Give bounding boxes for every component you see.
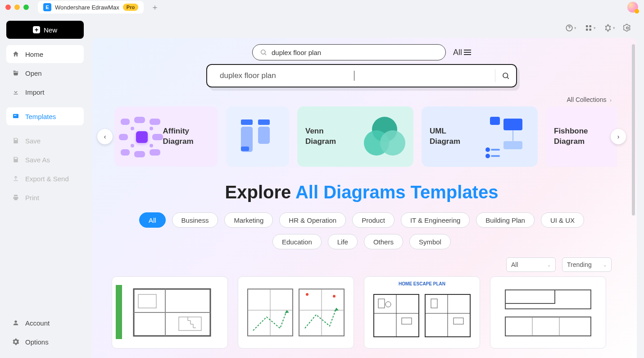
open-icon — [12, 69, 20, 77]
apps-menu[interactable]: ▾ — [585, 24, 596, 32]
template-card[interactable] — [112, 276, 228, 349]
collection-card-label: Fishbone Diagram — [554, 126, 617, 147]
svg-rect-20 — [138, 294, 156, 308]
sidebar-item-open[interactable]: Open — [6, 64, 84, 82]
search-filter-label: All — [453, 48, 462, 57]
collection-card-label: Venn Diagram — [305, 126, 353, 147]
filter-pill-hr-operation[interactable]: HR & Operation — [279, 212, 346, 228]
filter-pill-life[interactable]: Life — [328, 234, 358, 249]
filter-pill-business[interactable]: Business — [172, 212, 218, 228]
sidebar-item-label: Print — [25, 194, 39, 202]
text-cursor — [354, 71, 354, 81]
hero-search-value: duplex floor plan — [220, 71, 354, 80]
main-panel: ▾ ▾ ▾ — [90, 14, 644, 358]
svg-rect-15 — [241, 147, 249, 151]
sidebar-item-label: Import — [25, 88, 45, 96]
search-icon — [260, 49, 267, 56]
pro-badge: Pro — [123, 4, 138, 11]
collection-card-label: Affinity Diagram — [163, 126, 210, 147]
close-window-button[interactable] — [5, 5, 11, 10]
sidebar-item-options[interactable]: Options — [6, 333, 84, 351]
all-collections-link[interactable]: All Collections › — [567, 96, 612, 103]
content-card: All duplex floor plan — [92, 38, 637, 358]
account-icon — [12, 319, 20, 327]
avatar[interactable] — [627, 1, 639, 13]
svg-point-38 — [385, 302, 391, 307]
filter-pill-marketing[interactable]: Marketing — [224, 212, 273, 228]
collection-card-venn[interactable]: Venn Diagram — [297, 106, 413, 167]
settings-button[interactable] — [623, 24, 631, 32]
search-icon — [502, 72, 510, 80]
svg-rect-43 — [505, 290, 555, 303]
template-card[interactable]: HOME ESCAPE PLAN — [364, 276, 480, 349]
template-card[interactable] — [238, 276, 354, 349]
sort-row: All⌄ Trending⌄ — [92, 249, 631, 276]
maximize-window-button[interactable] — [23, 5, 29, 10]
top-toolbar: ▾ ▾ ▾ — [91, 18, 637, 38]
print-icon — [12, 193, 20, 202]
svg-point-8 — [626, 27, 629, 29]
filter-select[interactable]: All⌄ — [506, 257, 556, 272]
svg-rect-1 — [14, 115, 16, 115]
collection-card-affinity[interactable]: Affinity Diagram — [114, 106, 218, 167]
template-thumbnail-label: HOME ESCAPE PLAN — [364, 281, 480, 286]
app-logo-icon: E — [43, 3, 51, 11]
template-search-input[interactable] — [272, 49, 438, 56]
svg-marker-27 — [285, 310, 289, 313]
template-card[interactable] — [490, 276, 606, 349]
sidebar-item-label: Account — [25, 319, 50, 327]
venn-art-icon — [359, 114, 405, 159]
filter-pill-all[interactable]: All — [139, 212, 166, 228]
filter-pill-education[interactable]: Education — [272, 234, 322, 249]
sidebar-item-templates[interactable]: Templates — [6, 107, 84, 125]
chevron-down-icon: ⌄ — [547, 262, 551, 267]
svg-point-29 — [306, 293, 308, 296]
menu-icon — [464, 50, 471, 55]
filter-pill-others[interactable]: Others — [364, 234, 403, 249]
filter-pill-symbol[interactable]: Symbol — [409, 234, 451, 249]
app-tab[interactable]: E Wondershare EdrawMax Pro — [38, 1, 144, 14]
sidebar-item-label: Save — [25, 137, 41, 145]
svg-rect-40 — [431, 299, 437, 308]
collection-card-kanban[interactable] — [226, 106, 289, 167]
sidebar-item-account[interactable]: Account — [6, 314, 84, 332]
new-button-label: New — [44, 26, 57, 34]
theme-menu[interactable]: ▾ — [604, 24, 615, 32]
collection-card-uml[interactable]: UML Diagram — [422, 106, 538, 167]
chevron-down-icon: ▾ — [574, 26, 576, 30]
hero-search-box[interactable]: duplex floor plan — [206, 64, 517, 87]
save-as-icon — [12, 156, 20, 164]
collection-card-label: UML Diagram — [430, 126, 476, 147]
svg-rect-6 — [586, 29, 588, 31]
sidebar-item-import[interactable]: Import — [6, 83, 84, 101]
hero-search-submit[interactable] — [502, 72, 510, 80]
scrollbar[interactable] — [632, 44, 635, 216]
svg-rect-7 — [590, 29, 592, 31]
minimize-window-button[interactable] — [14, 5, 20, 10]
filter-pill-it-engineering[interactable]: IT & Engineering — [401, 212, 470, 228]
sidebar-item-export-send: Export & Send — [6, 170, 84, 188]
search-filter-all[interactable]: All — [453, 48, 471, 57]
sidebar: + New Home Open Import Templat — [0, 14, 90, 358]
explore-heading: Explore All Diagrams Templates — [92, 182, 631, 202]
filter-pill-ui-ux[interactable]: UI & UX — [541, 212, 584, 228]
affinity-art-icon — [117, 114, 157, 159]
carousel-prev-button[interactable]: ‹ — [97, 129, 113, 144]
svg-rect-42 — [505, 290, 591, 309]
sidebar-item-home[interactable]: Home — [6, 45, 84, 63]
carousel-next-button[interactable]: › — [611, 129, 626, 144]
filter-pill-building-plan[interactable]: Building Plan — [476, 212, 535, 228]
svg-marker-28 — [334, 308, 339, 311]
export-icon — [12, 174, 20, 183]
filter-pill-product[interactable]: Product — [352, 212, 395, 228]
svg-rect-44 — [505, 317, 591, 336]
sort-select[interactable]: Trending⌄ — [562, 257, 612, 272]
svg-rect-37 — [378, 299, 385, 308]
template-search-pill[interactable] — [252, 44, 446, 60]
help-menu[interactable]: ▾ — [565, 24, 576, 32]
collection-card-fishbone[interactable]: Fishbone Diagram — [546, 106, 617, 167]
new-button[interactable]: + New — [6, 21, 84, 39]
titlebar: E Wondershare EdrawMax Pro ＋ — [0, 0, 644, 14]
new-tab-button[interactable]: ＋ — [151, 2, 159, 13]
svg-rect-39 — [402, 318, 412, 324]
